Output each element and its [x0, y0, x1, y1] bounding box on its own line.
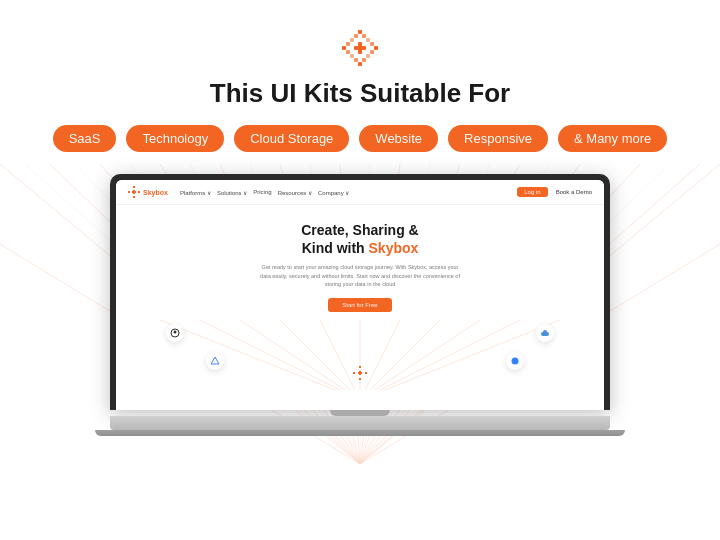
- svg-rect-17: [354, 46, 366, 50]
- svg-rect-7: [370, 42, 374, 46]
- mockup-demo-button[interactable]: Book a Demo: [556, 189, 592, 195]
- mockup-logo-text: Skybox: [143, 189, 168, 196]
- svg-rect-70: [359, 378, 361, 380]
- svg-rect-15: [366, 54, 370, 58]
- svg-rect-71: [353, 372, 355, 374]
- svg-rect-10: [354, 58, 358, 62]
- svg-rect-69: [359, 366, 361, 368]
- mockup-hero-title: Create, Sharing & Kind with Skybox: [136, 221, 584, 257]
- mockup-login-button[interactable]: Log in: [517, 187, 547, 197]
- mockup-logo-icon: [128, 186, 140, 198]
- floating-icon-dropbox: [506, 352, 524, 370]
- nav-resources: Resources ∨: [278, 189, 312, 196]
- svg-point-64: [174, 331, 177, 334]
- svg-rect-66: [543, 330, 547, 334]
- hero-highlight: Skybox: [369, 240, 419, 256]
- laptop-mockup: Skybox Platforms ∨ Solutions ∨ Pricing R…: [110, 174, 610, 436]
- hero-line2: Kind with: [302, 240, 369, 256]
- laptop-screen: Skybox Platforms ∨ Solutions ∨ Pricing R…: [116, 180, 604, 410]
- mockup-navbar: Skybox Platforms ∨ Solutions ∨ Pricing R…: [116, 180, 604, 205]
- svg-line-60: [360, 320, 480, 390]
- svg-rect-4: [354, 34, 358, 38]
- tag-website[interactable]: Website: [359, 125, 438, 152]
- svg-rect-13: [366, 38, 370, 42]
- nav-company: Company ∨: [318, 189, 349, 196]
- svg-rect-1: [358, 62, 362, 66]
- svg-point-68: [512, 358, 519, 365]
- svg-rect-3: [374, 46, 378, 50]
- laptop-base: [110, 416, 610, 430]
- svg-line-53: [200, 320, 360, 390]
- laptop-wrapper: Skybox Platforms ∨ Solutions ∨ Pricing R…: [100, 174, 620, 436]
- svg-line-61: [360, 320, 520, 390]
- tag-responsive[interactable]: Responsive: [448, 125, 548, 152]
- svg-line-52: [160, 320, 360, 390]
- svg-line-62: [360, 320, 560, 390]
- center-logo: [353, 366, 367, 384]
- svg-rect-2: [342, 46, 346, 50]
- svg-rect-46: [133, 186, 135, 188]
- mockup-hero-subtitle: Get ready to start your amazing cloud st…: [260, 263, 460, 288]
- svg-rect-47: [133, 196, 135, 198]
- brand-logo-icon: [340, 28, 380, 68]
- svg-rect-5: [362, 34, 366, 38]
- logo-area: [340, 28, 380, 68]
- tags-container: SaaS Technology Cloud Storage Website Re…: [53, 125, 668, 152]
- svg-rect-9: [370, 50, 374, 54]
- nav-pricing: Pricing: [253, 189, 271, 196]
- svg-rect-72: [365, 372, 367, 374]
- page-title: This UI Kits Suitable For: [210, 78, 510, 109]
- svg-rect-14: [350, 54, 354, 58]
- hero-line1: Create, Sharing &: [301, 222, 418, 238]
- svg-marker-67: [211, 357, 219, 364]
- svg-rect-12: [350, 38, 354, 42]
- svg-line-54: [240, 320, 360, 390]
- svg-rect-8: [346, 50, 350, 54]
- svg-rect-6: [346, 42, 350, 46]
- mockup-nav-links: Platforms ∨ Solutions ∨ Pricing Resource…: [180, 189, 349, 196]
- svg-rect-49: [138, 191, 140, 193]
- nav-platforms: Platforms ∨: [180, 189, 211, 196]
- floating-icon-drive: [206, 352, 224, 370]
- tag-saas[interactable]: SaaS: [53, 125, 117, 152]
- svg-rect-11: [362, 58, 366, 62]
- mockup-content: Skybox Platforms ∨ Solutions ∨ Pricing R…: [116, 180, 604, 410]
- svg-rect-51: [132, 191, 136, 193]
- floating-icon-github: [166, 324, 184, 342]
- svg-rect-74: [358, 372, 362, 374]
- tag-cloud-storage[interactable]: Cloud Storage: [234, 125, 349, 152]
- mockup-logo: Skybox: [128, 186, 168, 198]
- nav-solutions: Solutions ∨: [217, 189, 247, 196]
- svg-rect-48: [128, 191, 130, 193]
- mockup-hero: Create, Sharing & Kind with Skybox Get r…: [116, 205, 604, 320]
- floating-icon-cloud: [536, 324, 554, 342]
- laptop-screen-outer: Skybox Platforms ∨ Solutions ∨ Pricing R…: [110, 174, 610, 410]
- svg-rect-0: [358, 30, 362, 34]
- tag-many-more[interactable]: & Many more: [558, 125, 667, 152]
- tag-technology[interactable]: Technology: [126, 125, 224, 152]
- mockup-cta-button[interactable]: Start for Free: [328, 298, 391, 312]
- mockup-icons-area: [116, 320, 604, 390]
- laptop-base-bottom: [95, 430, 625, 436]
